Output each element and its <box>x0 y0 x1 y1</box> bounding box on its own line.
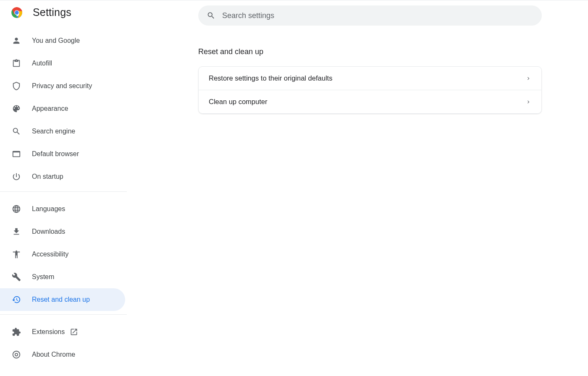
sidebar-item-label: You and Google <box>32 37 80 44</box>
sidebar-item-autofill[interactable]: Autofill <box>0 52 127 75</box>
download-icon <box>12 227 21 236</box>
sidebar-item-label: Appearance <box>32 105 68 112</box>
sidebar-item-on-startup[interactable]: On startup <box>0 165 127 188</box>
chrome-logo-icon <box>11 7 23 18</box>
option-label: Restore settings to their original defau… <box>209 74 332 82</box>
option-label: Clean up computer <box>209 98 267 106</box>
option-clean-up-computer[interactable]: Clean up computer <box>199 90 541 113</box>
sidebar-item-you-and-google[interactable]: You and Google <box>0 29 127 52</box>
sidebar-item-label: Autofill <box>32 60 52 67</box>
sidebar-item-default-browser[interactable]: Default browser <box>0 143 127 165</box>
sidebar-item-accessibility[interactable]: Accessibility <box>0 243 127 266</box>
open-in-new-icon <box>70 328 78 336</box>
sidebar-item-label: Privacy and security <box>32 82 92 90</box>
chevron-right-icon <box>525 76 531 81</box>
sidebar-item-about-chrome[interactable]: About Chrome <box>0 343 127 366</box>
sidebar-item-label: Languages <box>32 205 65 213</box>
sidebar-item-system[interactable]: System <box>0 266 127 288</box>
search-icon <box>207 11 215 20</box>
search-icon <box>12 127 21 136</box>
option-restore-defaults[interactable]: Restore settings to their original defau… <box>199 67 541 90</box>
sidebar-item-label: Reset and clean up <box>32 296 90 303</box>
svg-point-2 <box>15 10 18 14</box>
chrome-outline-icon <box>12 350 21 359</box>
sidebar-item-extensions[interactable]: Extensions <box>0 321 127 343</box>
sidebar-item-label: System <box>32 273 54 281</box>
section-title: Reset and clean up <box>198 47 542 56</box>
palette-icon <box>12 104 21 113</box>
sidebar-item-downloads[interactable]: Downloads <box>0 220 127 243</box>
options-card: Restore settings to their original defau… <box>198 66 542 114</box>
accessibility-icon <box>12 250 21 259</box>
globe-icon <box>12 204 21 214</box>
sidebar-item-label: On startup <box>32 173 63 180</box>
shield-icon <box>12 81 21 91</box>
restore-icon <box>12 295 21 304</box>
sidebar-item-label: Search engine <box>32 128 75 135</box>
sidebar-header: Settings <box>0 6 127 27</box>
browser-icon <box>12 149 21 159</box>
sidebar: Settings You and Google Autofill Privacy… <box>0 0 127 376</box>
sidebar-item-label: Accessibility <box>32 251 68 258</box>
nav-section-advanced: Languages Downloads Accessibility System… <box>0 195 127 311</box>
extension-icon <box>12 327 21 337</box>
main-content: Reset and clean up Restore settings to t… <box>127 0 588 376</box>
sidebar-item-search-engine[interactable]: Search engine <box>0 120 127 143</box>
sidebar-divider <box>0 314 127 315</box>
wrench-icon <box>12 272 21 282</box>
nav-section-primary: You and Google Autofill Privacy and secu… <box>0 27 127 188</box>
sidebar-item-label: Extensions <box>32 328 65 336</box>
search-input[interactable] <box>222 11 533 20</box>
sidebar-item-languages[interactable]: Languages <box>0 198 127 220</box>
chevron-right-icon <box>525 99 531 105</box>
sidebar-item-label: Default browser <box>32 150 79 158</box>
clipboard-icon <box>12 59 21 68</box>
nav-section-footer: Extensions About Chrome <box>0 318 127 366</box>
sidebar-item-label: About Chrome <box>32 351 75 358</box>
person-icon <box>12 36 21 45</box>
sidebar-item-privacy-and-security[interactable]: Privacy and security <box>0 75 127 97</box>
page-title: Settings <box>33 6 71 18</box>
sidebar-divider <box>0 191 127 192</box>
power-icon <box>12 172 21 181</box>
sidebar-item-appearance[interactable]: Appearance <box>0 97 127 120</box>
sidebar-item-label: Downloads <box>32 228 65 235</box>
search-bar[interactable] <box>198 5 542 26</box>
sidebar-item-reset-and-clean-up[interactable]: Reset and clean up <box>0 288 125 311</box>
